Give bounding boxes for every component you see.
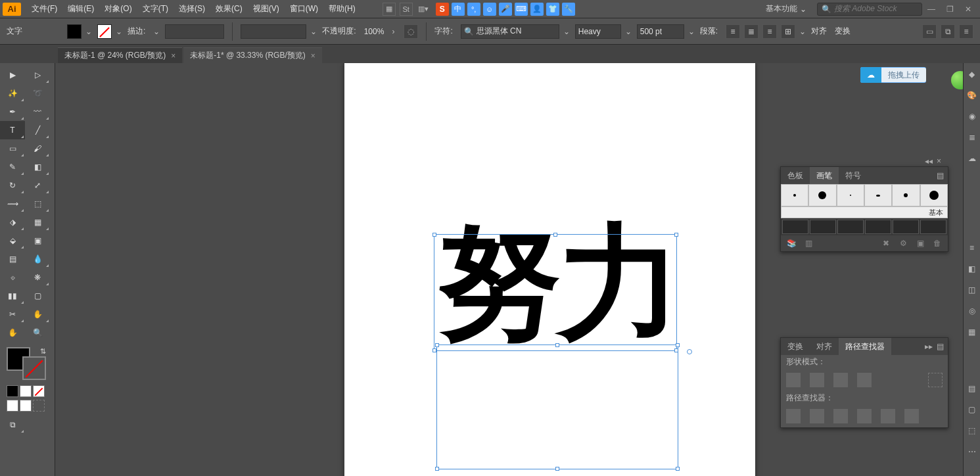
menu-effect[interactable]: 效果(C) xyxy=(210,0,248,18)
stroke-weight-link[interactable]: ⌄ xyxy=(153,27,161,36)
dock-more-icon[interactable]: ⋯ xyxy=(966,446,978,458)
tab-transform[interactable]: 变换 xyxy=(781,338,810,355)
ime-voice-button[interactable]: 🎤 xyxy=(499,3,512,16)
stroke-swatch[interactable] xyxy=(97,24,112,39)
pathfinder-panel[interactable]: 变换 对齐 路径查找器 ▸▸ ▤ 形状模式： 路径查找器： xyxy=(780,337,948,428)
unite-button[interactable] xyxy=(786,373,801,387)
out-port-handle[interactable] xyxy=(687,349,692,354)
color-mode-gradient[interactable] xyxy=(20,385,32,397)
panel-expand-icon[interactable]: ▸▸ xyxy=(925,342,933,351)
live-paint-tool[interactable]: ▦ xyxy=(25,213,50,231)
window-close[interactable]: ✕ xyxy=(962,4,975,14)
dock-gradient-icon[interactable]: ◧ xyxy=(966,263,978,275)
panel-close-icon[interactable]: × xyxy=(937,156,941,166)
menu-object[interactable]: 对象(O) xyxy=(99,0,137,18)
ime-tool-button[interactable]: 🔧 xyxy=(562,3,575,16)
align-center-button[interactable]: ≣ xyxy=(744,24,758,39)
opacity-dropdown[interactable]: › xyxy=(392,27,400,36)
tab-brushes[interactable]: 画笔 xyxy=(810,167,839,184)
dock-artboards-icon[interactable]: ▢ xyxy=(966,404,978,416)
menu-help[interactable]: 帮助(H) xyxy=(323,0,361,18)
align-link[interactable]: 对齐 xyxy=(811,26,827,37)
clip-icon[interactable]: ⧉ xyxy=(941,24,955,39)
sogou-icon[interactable]: S xyxy=(436,3,449,16)
column-graph-tool[interactable]: ▮▮ xyxy=(0,287,25,305)
transform-link[interactable]: 变换 xyxy=(835,26,851,37)
draw-inside[interactable] xyxy=(33,400,45,412)
ime-punct-button[interactable]: °, xyxy=(467,3,480,16)
brush-thumb[interactable] xyxy=(892,184,920,206)
artboard-tool[interactable]: ▢ xyxy=(25,287,50,305)
menu-file[interactable]: 文件(F) xyxy=(26,0,62,18)
dock-appearance-icon[interactable]: ◎ xyxy=(966,305,978,317)
curvature-tool[interactable]: 〰 xyxy=(25,103,50,121)
brush-variant[interactable] xyxy=(782,220,808,234)
color-mode-none[interactable] xyxy=(33,385,45,397)
dock-colorguide-icon[interactable]: ◉ xyxy=(966,110,978,122)
bridge-icon[interactable]: ▦ xyxy=(383,3,396,16)
hand-tool-2[interactable]: ✋ xyxy=(0,323,25,342)
remove-stroke-icon[interactable]: ✖ xyxy=(881,238,891,249)
ime-lang-button[interactable]: 中 xyxy=(452,3,465,16)
font-size-field[interactable]: 500 pt xyxy=(637,24,684,39)
brush-libmenu-icon[interactable]: ▥ xyxy=(803,238,814,249)
document-tab-2[interactable]: 未标题-1* @ 33.33% (RGB/预览) × xyxy=(183,47,322,63)
minus-front-button[interactable] xyxy=(810,373,824,387)
stock-icon[interactable]: St xyxy=(400,3,413,16)
brush-variant[interactable] xyxy=(837,220,864,234)
assistant-bubble-icon[interactable] xyxy=(951,71,963,89)
color-mode-solid[interactable] xyxy=(7,385,18,397)
merge-button[interactable] xyxy=(833,409,848,423)
menu-type[interactable]: 文字(T) xyxy=(137,0,174,18)
brush-variant[interactable] xyxy=(893,220,919,234)
fill-dropdown[interactable]: ⌄ xyxy=(85,27,93,36)
trim-button[interactable] xyxy=(810,409,824,423)
width-tool[interactable]: ⟿ xyxy=(0,195,25,213)
stroke-weight-field[interactable] xyxy=(165,24,224,39)
zoom-tool[interactable]: 🔍 xyxy=(25,323,50,342)
pen-tool[interactable]: ✒ xyxy=(0,103,25,121)
divide-button[interactable] xyxy=(786,409,801,423)
brush-variant[interactable] xyxy=(865,220,891,234)
warp-button[interactable]: ⊞ xyxy=(781,24,795,39)
expand-button[interactable] xyxy=(928,373,943,387)
scale-tool[interactable]: ⤢ xyxy=(25,176,50,195)
dock-layers-icon[interactable]: ≣ xyxy=(966,131,978,143)
brushes-panel[interactable]: ◂◂ × 色板 画笔 符号 ▤ 基本 📚 ▥ ✖ ⚙ ▣ 🗑 xyxy=(780,166,948,252)
brush-variant[interactable] xyxy=(920,220,946,234)
minus-back-button[interactable] xyxy=(904,409,919,423)
symbol-spray-tool[interactable]: ❋ xyxy=(25,268,50,287)
crop-button[interactable] xyxy=(857,409,872,423)
ime-user-button[interactable]: 👤 xyxy=(530,3,544,16)
intersect-button[interactable] xyxy=(833,373,848,387)
ime-keyboard-button[interactable]: ⌨ xyxy=(515,3,528,16)
align-right-button[interactable]: ≡ xyxy=(762,24,777,39)
tab-symbols[interactable]: 符号 xyxy=(839,167,868,184)
weight-dropdown[interactable]: ⌄ xyxy=(625,27,633,36)
menu-select[interactable]: 选择(S) xyxy=(174,0,210,18)
style-icon[interactable]: ◌ xyxy=(404,24,418,39)
font-family-field[interactable]: 🔍 思源黑体 CN xyxy=(461,24,559,39)
warp-dropdown[interactable]: ⌄ xyxy=(799,27,807,36)
ime-emoji-button[interactable]: ☺ xyxy=(483,3,496,16)
shaper-tool[interactable]: ✎ xyxy=(0,158,25,176)
gradient-tool[interactable]: ▤ xyxy=(0,250,25,268)
font-weight-field[interactable]: Heavy xyxy=(575,24,621,39)
brush-thumb[interactable] xyxy=(808,184,836,206)
window-minimize[interactable]: — xyxy=(925,4,938,14)
dock-graphic-styles-icon[interactable]: ▦ xyxy=(966,326,978,338)
paintbrush-tool[interactable]: 🖌 xyxy=(25,139,50,158)
stroke-dropdown[interactable]: ⌄ xyxy=(116,27,124,36)
arrange-icon[interactable]: ▥▾ xyxy=(417,3,430,16)
close-icon[interactable]: × xyxy=(171,51,175,60)
swap-icon[interactable]: ⇅ xyxy=(40,347,46,356)
align-left-button[interactable]: ≡ xyxy=(726,24,740,39)
magic-wand-tool[interactable]: ✨ xyxy=(0,84,25,103)
tab-swatches[interactable]: 色板 xyxy=(781,167,810,184)
stock-search[interactable]: 🔍 搜索 Adobe Stock xyxy=(817,3,922,16)
tab-pathfinder[interactable]: 路径查找器 xyxy=(839,338,891,355)
exclude-button[interactable] xyxy=(857,373,872,387)
close-icon[interactable]: × xyxy=(311,51,315,60)
brush-thumb[interactable] xyxy=(837,184,864,206)
workspace-switcher[interactable]: 基本功能 ⌄ xyxy=(759,3,813,14)
